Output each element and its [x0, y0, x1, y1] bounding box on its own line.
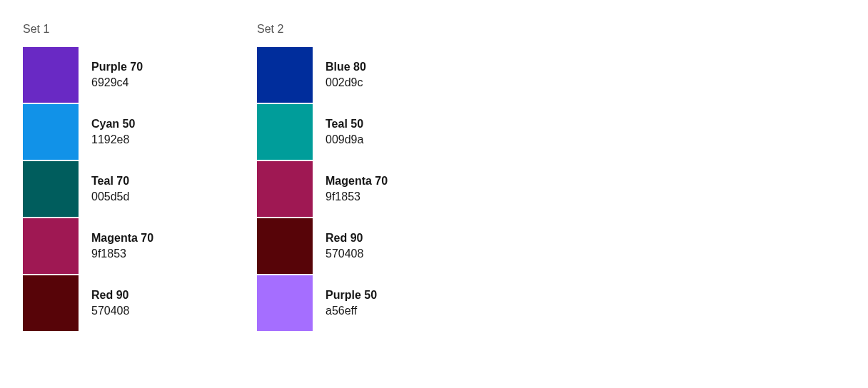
swatch-row: Magenta 70 9f1853 [257, 161, 457, 217]
swatch-name: Cyan 50 [91, 116, 135, 132]
color-swatch [257, 104, 313, 160]
color-swatch [257, 161, 313, 217]
set-title: Set 2 [257, 23, 457, 36]
color-swatch [257, 275, 313, 331]
swatch-name: Teal 50 [326, 116, 363, 132]
swatch-row: Blue 80 002d9c [257, 47, 457, 103]
color-swatch [23, 218, 79, 274]
swatch-row: Red 90 570408 [257, 218, 457, 274]
swatch-name: Magenta 70 [326, 173, 388, 189]
color-swatch [23, 161, 79, 217]
swatch-row: Teal 70 005d5d [23, 161, 223, 217]
swatch-name: Red 90 [91, 287, 129, 303]
swatch-name: Teal 70 [91, 173, 129, 189]
set-1: Set 1 Purple 70 6929c4 Cyan 50 1192e8 Te… [23, 23, 223, 332]
swatch-row: Purple 50 a56eff [257, 275, 457, 331]
swatch-row: Purple 70 6929c4 [23, 47, 223, 103]
color-swatch [23, 275, 79, 331]
swatch-hex: 9f1853 [91, 246, 153, 262]
swatch-info: Blue 80 002d9c [313, 59, 366, 91]
color-swatch [257, 47, 313, 103]
swatch-hex: 005d5d [91, 189, 129, 205]
swatch-info: Magenta 70 9f1853 [79, 230, 153, 262]
swatch-info: Purple 50 a56eff [313, 287, 377, 320]
swatch-hex: 9f1853 [326, 189, 388, 205]
set-title: Set 1 [23, 23, 223, 36]
swatch-name: Blue 80 [326, 59, 366, 75]
swatch-info: Magenta 70 9f1853 [313, 173, 388, 205]
swatch-hex: a56eff [326, 303, 377, 319]
swatch-hex: 570408 [326, 246, 363, 262]
color-swatch [23, 104, 79, 160]
palette-container: Set 1 Purple 70 6929c4 Cyan 50 1192e8 Te… [23, 23, 845, 332]
swatch-name: Purple 50 [326, 287, 377, 303]
swatch-info: Teal 70 005d5d [79, 173, 129, 205]
swatch-info: Cyan 50 1192e8 [79, 116, 135, 148]
color-swatch [23, 47, 79, 103]
color-swatch [257, 218, 313, 274]
swatch-info: Teal 50 009d9a [313, 116, 363, 148]
swatch-row: Magenta 70 9f1853 [23, 218, 223, 274]
swatch-row: Teal 50 009d9a [257, 104, 457, 160]
swatch-info: Purple 70 6929c4 [79, 59, 143, 91]
swatch-row: Red 90 570408 [23, 275, 223, 331]
set-2: Set 2 Blue 80 002d9c Teal 50 009d9a Mage… [257, 23, 457, 332]
swatch-hex: 002d9c [326, 75, 366, 91]
swatch-hex: 570408 [91, 303, 129, 319]
swatch-hex: 009d9a [326, 132, 363, 148]
swatch-hex: 1192e8 [91, 132, 135, 148]
swatch-name: Purple 70 [91, 59, 143, 75]
swatch-info: Red 90 570408 [79, 287, 129, 320]
swatch-name: Red 90 [326, 230, 363, 246]
swatch-hex: 6929c4 [91, 75, 143, 91]
swatch-row: Cyan 50 1192e8 [23, 104, 223, 160]
swatch-info: Red 90 570408 [313, 230, 363, 262]
swatch-name: Magenta 70 [91, 230, 153, 246]
